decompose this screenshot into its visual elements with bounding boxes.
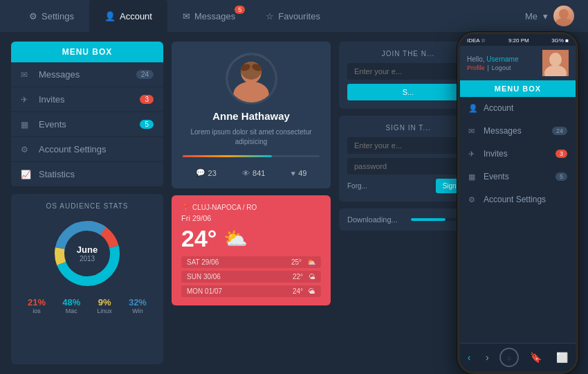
menu-item-events[interactable]: ▦ Events 5 <box>11 112 163 137</box>
user-label: Me <box>525 11 538 21</box>
phone-menu-item-invites[interactable]: ✈ Invites 3 <box>460 143 576 166</box>
menu-item-invites[interactable]: ✈ Invites 3 <box>11 87 163 112</box>
invites-menu-icon: ✈ <box>21 95 32 105</box>
signin-title: SIGN IN T... <box>347 124 469 132</box>
stat-linux: 9% Linux <box>97 297 112 314</box>
messages-menu-icon: ✉ <box>21 70 32 80</box>
location-pin-icon: 📍 <box>181 204 190 211</box>
download-bar: Downloading... <box>339 208 477 231</box>
tab-messages[interactable]: ✉ Messages 5 <box>167 0 250 32</box>
invites-count-badge: 3 <box>140 95 154 104</box>
forecast-temp-3: 24° <box>293 287 303 295</box>
menu-box-title: MENU BOX <box>11 42 163 62</box>
phone-forward-button[interactable]: › <box>481 350 493 364</box>
phone-account-settings-label: Account Settings <box>484 195 567 204</box>
phone-bookmark-button[interactable]: 🔖 <box>526 350 546 364</box>
phone-container: IDEA ☆ 9:20 PM 3G% ■ Hello, Username Pro… <box>457 32 578 374</box>
phone-profile-link[interactable]: Profile <box>467 64 485 71</box>
tab-favourites[interactable]: ☆ Favourites <box>250 0 336 32</box>
profile-stat-views: 👁 841 <box>242 168 265 177</box>
forgot-password-link[interactable]: Forg... <box>347 182 367 190</box>
tab-settings[interactable]: ⚙ Settings <box>14 0 89 32</box>
phone-invites-label: Invites <box>484 149 550 159</box>
signin-row: Forg... Sign... <box>347 179 469 193</box>
right-panel: JOIN THE N... S... SIGN IN T... Forg... … <box>339 42 477 364</box>
comments-icon: 💬 <box>196 168 205 177</box>
stat-ios: 21% ios <box>28 297 46 314</box>
phone-frame: IDEA ☆ 9:20 PM 3G% ■ Hello, Username Pro… <box>457 32 578 374</box>
phone-menu-item-account-settings[interactable]: ⚙ Account Settings <box>460 188 576 211</box>
download-progress-fill <box>411 218 445 221</box>
phone-events-icon: ▦ <box>468 172 478 181</box>
svg-point-0 <box>559 9 569 19</box>
forecast-date-1: SAT 29/06 <box>187 258 286 266</box>
menu-item-account-settings[interactable]: ⚙ Account Settings <box>11 137 163 162</box>
phone-account-label: Account <box>484 103 567 113</box>
join-email-input[interactable] <box>347 63 469 80</box>
weather-temp: 24° ⛅ <box>181 225 321 252</box>
messages-badge: 5 <box>235 6 245 14</box>
tab-account[interactable]: 👤 Account <box>89 0 167 32</box>
menu-item-statistics[interactable]: 📈 Statistics <box>11 162 163 187</box>
phone-logout-link[interactable]: Logout <box>492 64 511 71</box>
tab-favourites-label: Favourites <box>278 11 320 21</box>
stat-mac-label: Mac <box>62 308 80 314</box>
phone-header: Hello, Username Profile | Logout <box>460 46 576 80</box>
profile-progress-fill <box>183 155 272 157</box>
join-button[interactable]: S... <box>347 84 469 100</box>
svg-point-1 <box>555 18 572 26</box>
stat-mac: 48% Mac <box>62 297 80 314</box>
left-panel: MENU BOX ✉ Messages 24 ✈ Invites 3 ▦ Eve… <box>11 42 163 364</box>
phone-invites-badge: 3 <box>555 150 567 158</box>
statistics-menu-label: Statistics <box>39 169 154 179</box>
menu-item-messages[interactable]: ✉ Messages 24 <box>11 62 163 87</box>
signin-password-input[interactable] <box>347 158 469 175</box>
join-box: JOIN THE N... S... <box>339 42 477 109</box>
phone-home-button[interactable]: ⌂ <box>499 348 519 367</box>
profile-stat-likes: ♥ 49 <box>291 168 307 177</box>
user-menu[interactable]: Me ▾ <box>525 6 574 26</box>
forecast-temp-1: 25° <box>291 258 302 266</box>
stats-bar: 21% ios 48% Mac 9% Linux 32% Win <box>19 297 155 314</box>
views-count: 841 <box>252 169 265 177</box>
forecast-row-2: SUN 30/06 22° 🌤 <box>181 271 321 283</box>
messages-count-badge: 24 <box>136 70 154 79</box>
stat-win-value: 32% <box>129 297 147 308</box>
tab-messages-label: Messages <box>194 11 235 21</box>
phone-share-button[interactable]: ⬜ <box>552 350 572 364</box>
phone-back-button[interactable]: ‹ <box>463 350 475 364</box>
forecast-icon-3: 🌥 <box>309 287 315 295</box>
phone-account-settings-icon: ⚙ <box>468 195 478 204</box>
tab-settings-label: Settings <box>42 11 74 21</box>
profile-stat-comments: 💬 23 <box>196 168 217 177</box>
phone-menu-item-events[interactable]: ▦ Events 5 <box>460 166 576 188</box>
phone-username: Username <box>486 55 518 63</box>
phone-events-label: Events <box>484 172 550 181</box>
signin-email-input[interactable] <box>347 137 469 154</box>
forecast-date-2: SUN 30/06 <box>187 273 287 280</box>
stat-mac-value: 48% <box>62 297 80 308</box>
comments-count: 23 <box>208 169 217 177</box>
invites-menu-label: Invites <box>39 94 133 105</box>
profile-avatar <box>226 53 277 105</box>
profile-card: Anne Hathaway Lorem ipsum dolor sit amet… <box>172 42 331 188</box>
phone-menu-item-account[interactable]: 👤 Account <box>460 97 576 120</box>
weather-card: 📍 CLUJ-NAPOCA / RO Fri 29/06 24° ⛅ SAT 2… <box>172 195 331 305</box>
weather-forecast: SAT 29/06 25° ⛅ SUN 30/06 22° 🌤 MON 01/0… <box>181 256 321 297</box>
phone-menu-item-messages[interactable]: ✉ Messages 24 <box>460 120 576 143</box>
stat-win: 32% Win <box>129 297 147 314</box>
forecast-icon-2: 🌤 <box>309 273 315 280</box>
account-settings-menu-icon: ⚙ <box>21 145 32 154</box>
profile-progress-bar <box>183 155 320 157</box>
favourites-icon: ☆ <box>266 11 274 21</box>
weather-location: 📍 CLUJ-NAPOCA / RO <box>181 204 321 211</box>
phone-menu-title: MENU BOX <box>460 80 576 97</box>
events-count-badge: 5 <box>140 120 154 129</box>
phone-screen: Hello, Username Profile | Logout <box>460 46 576 343</box>
profile-stats: 💬 23 👁 841 ♥ 49 <box>183 166 320 177</box>
phone-profile-links: Profile | Logout <box>467 64 538 71</box>
donut-label: June 2013 <box>77 244 98 262</box>
stats-box: OS AUDIENCE STATS <box>11 194 163 364</box>
messages-menu-label: Messages <box>39 69 129 80</box>
phone-invites-icon: ✈ <box>468 150 478 159</box>
